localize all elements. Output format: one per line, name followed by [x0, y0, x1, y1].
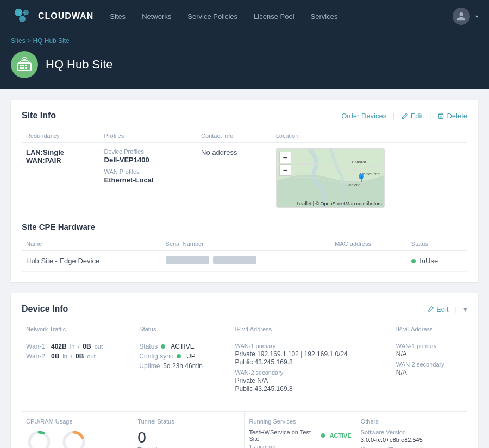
user-avatar[interactable]: [453, 8, 470, 25]
nav-license-pool[interactable]: License Pool: [254, 12, 294, 21]
delete-site-link[interactable]: Delete: [437, 112, 467, 120]
device-profiles-label: Device Profiles: [104, 148, 193, 155]
svg-rect-6: [18, 63, 31, 71]
svg-rect-8: [22, 65, 24, 66]
site-info-table: Redundancy Profiles Contact Info Locatio…: [22, 129, 467, 213]
ram-gauge-svg: [61, 429, 87, 448]
uptime-label: Uptime: [139, 362, 160, 370]
cpe-title: Site CPE Hardware: [22, 222, 467, 231]
wan1-label: Wan-1: [26, 343, 48, 350]
wan1-ipv4-title: WAN-1 primary: [235, 343, 387, 349]
ram-gauge: RAM ↗ 17.7%: [61, 429, 87, 448]
ipv6-section: WAN-1 primary N/A WAN-2 secondary N/A: [396, 343, 463, 376]
nav-links: Sites Networks Service Policies License …: [110, 12, 453, 21]
software-version-val: 3.0.0-rc.0+e8bfe82.545: [361, 437, 463, 443]
edit-site-label: Edit: [411, 112, 423, 120]
edit-device-link[interactable]: Edit: [427, 305, 448, 313]
nav-dropdown-chevron[interactable]: ▾: [475, 14, 478, 20]
cpe-col-serial: Serial Number: [161, 237, 331, 251]
device-info-title: Device Info: [22, 304, 68, 314]
wan2-row: Wan-2 0B in / 0B out: [26, 352, 130, 360]
wan2-ipv4-title: WAN-2 secondary: [235, 369, 387, 376]
device-dropdown-chevron[interactable]: ▾: [463, 305, 467, 313]
wan2-in-val: 0B: [51, 352, 59, 360]
others-col: Others Software Version 3.0.0-rc.0+e8bfe…: [356, 412, 467, 448]
svg-rect-16: [439, 114, 443, 118]
svg-text:Ballarat: Ballarat: [352, 160, 366, 165]
config-sync-val: UP: [186, 352, 196, 360]
public-val: 43.245.169.8: [255, 358, 293, 366]
site-icon: [11, 51, 38, 78]
uptime-val: 5d 23h 46min: [163, 362, 203, 370]
svg-rect-9: [25, 65, 27, 66]
cpu-ram-row: CPU ↗ 2.3% RAM: [26, 429, 128, 448]
cpe-status-text: InUse: [419, 257, 438, 265]
ipv6-cell: WAN-1 primary N/A WAN-2 secondary N/A: [392, 336, 467, 403]
map-zoom-in[interactable]: +: [279, 152, 291, 163]
service-0-sub: 1 - primary: [249, 444, 352, 448]
edit-device-label: Edit: [436, 305, 448, 313]
map-zoom-out[interactable]: −: [279, 164, 291, 176]
wan1-in-val: 402B: [51, 343, 67, 350]
edit-site-link[interactable]: Edit: [402, 112, 423, 120]
nav-service-policies[interactable]: Service Policies: [187, 12, 237, 21]
cpu-ram-col: CPU/RAM Usage CPU ↗ 2.3%: [22, 412, 133, 448]
order-devices-link[interactable]: Order Devices: [341, 112, 386, 120]
config-dot: [177, 354, 181, 358]
order-devices-label: Order Devices: [341, 112, 386, 120]
cpu-gauge-svg: [26, 429, 52, 448]
device-info-actions: Edit | ▾: [427, 305, 467, 313]
network-traffic-cell: Wan-1 402B in / 0B out Wan-2 0B in: [22, 336, 135, 403]
cpe-col-mac: MAC address: [330, 237, 406, 251]
site-info-header: Site Info Order Devices | Edit | Delete: [22, 111, 467, 121]
wan1-ipv6-title: WAN-1 primary: [396, 343, 463, 349]
wan2-ipv6-val: N/A: [396, 369, 463, 376]
ipv4-cell: WAN-1 primary Private 192.169.1.102 | 19…: [230, 336, 391, 403]
wan2-ipv6-title: WAN-2 secondary: [396, 361, 463, 368]
wan-redundancy: WAN:PAIR: [26, 156, 96, 165]
nav-right: ▾: [453, 8, 478, 25]
device-info-header: Device Info Edit | ▾: [22, 304, 467, 314]
logo-text: CLOUDWAN: [38, 11, 93, 21]
ipv4-section: WAN-1 primary Private 192.169.1.102 | 19…: [235, 343, 387, 393]
cpe-serial-blurred: [166, 256, 209, 264]
active-row: Status ACTIVE: [139, 343, 226, 350]
wan1-ipv6-val: N/A: [396, 350, 463, 358]
public-line: Public 43.245.169.8: [235, 358, 387, 366]
nav-services[interactable]: Services: [311, 12, 338, 21]
wan2-out-val: 0B: [76, 352, 84, 360]
private2-line: Private N/A: [235, 377, 387, 384]
navigation: CLOUDWAN Sites Networks Service Policies…: [0, 0, 489, 33]
col-network-traffic: Network Traffic: [22, 323, 135, 336]
others-label: Others: [361, 418, 463, 425]
service-0-row: TestHWService on Test Site ACTIVE: [249, 429, 352, 442]
nav-networks[interactable]: Networks: [142, 12, 171, 21]
header-area: Sites > HQ Hub Site HQ Hub Site: [0, 33, 489, 89]
cpe-col-name: Name: [22, 237, 161, 251]
service-0-dot: [321, 433, 325, 438]
col-ipv6: IP v6 Address: [392, 323, 467, 336]
active-dot: [161, 344, 165, 349]
main-content: Site Info Order Devices | Edit | Delete: [0, 89, 489, 448]
lan-redundancy: LAN:Single: [26, 148, 96, 156]
action-sep-3: |: [455, 305, 457, 313]
cpe-row: Hub Site - Edge Device InUse: [22, 251, 467, 272]
logo[interactable]: CLOUDWAN: [11, 5, 93, 28]
cpe-name: Hub Site - Edge Device: [22, 251, 161, 272]
device-traffic-table: Network Traffic Status IP v4 Address IP …: [22, 323, 467, 402]
svg-rect-12: [25, 67, 27, 69]
wan1-ipv4-group: WAN-1 primary Private 192.169.1.102 | 19…: [235, 343, 387, 366]
svg-rect-10: [20, 67, 22, 69]
delete-site-label: Delete: [447, 112, 467, 120]
page-title-row: HQ Hub Site: [11, 51, 478, 78]
uptime-row: Uptime 5d 23h 46min: [139, 362, 226, 370]
software-version-label: Software Version: [361, 429, 463, 436]
breadcrumb-parent[interactable]: Sites: [11, 37, 26, 45]
private2-val: N/A: [257, 377, 268, 384]
nav-sites[interactable]: Sites: [110, 12, 126, 21]
col-ipv4: IP v4 Address: [230, 323, 391, 336]
svg-point-22: [29, 432, 49, 448]
breadcrumb-separator: >: [27, 37, 33, 45]
breadcrumb: Sites > HQ Hub Site: [11, 37, 478, 45]
map-svg: Ballarat Melbourne Geelong: [277, 149, 384, 207]
